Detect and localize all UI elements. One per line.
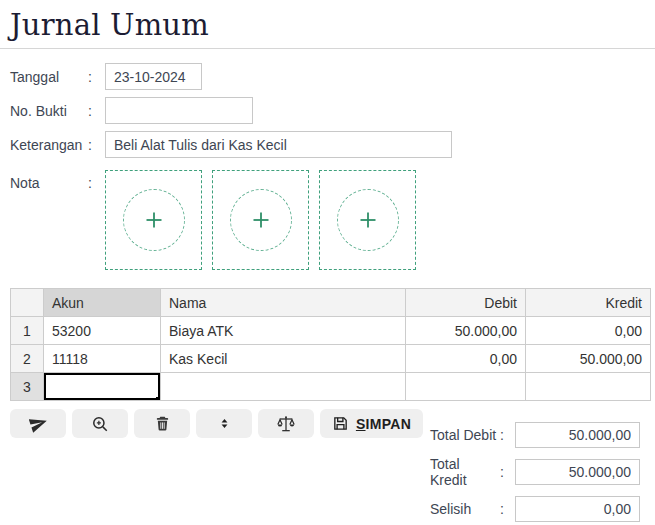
simpan-button[interactable]: SIMPAN	[320, 409, 423, 438]
keterangan-label: Keterangan	[10, 137, 88, 153]
selection-fill-handle[interactable]	[156, 397, 161, 401]
form-row-keterangan: Keterangan :	[10, 131, 645, 158]
sort-vertical-icon	[218, 417, 231, 430]
total-kredit-label: Total Kredit	[430, 456, 500, 488]
cell-kredit-3[interactable]	[526, 373, 651, 401]
keterangan-colon: :	[88, 137, 98, 153]
total-kredit-input	[515, 459, 640, 485]
page-title: Jurnal Umum	[10, 8, 645, 43]
nota-upload-slot-1[interactable]	[105, 170, 202, 270]
tanggal-colon: :	[88, 69, 98, 85]
selisih-colon: :	[500, 501, 508, 517]
total-debit-label: Total Debit	[430, 427, 500, 443]
sort-button[interactable]	[196, 409, 252, 438]
selisih-input	[515, 496, 640, 522]
paper-plane-icon	[29, 414, 48, 433]
cell-akun-1[interactable]: 53200	[44, 317, 161, 345]
cell-nama-1[interactable]: Biaya ATK	[161, 317, 406, 345]
cell-akun-2[interactable]: 11118	[44, 345, 161, 373]
upload-circle	[230, 189, 292, 251]
delete-row-button[interactable]	[134, 409, 190, 438]
form-row-nota: Nota :	[10, 170, 645, 270]
simpan-label: SIMPAN	[356, 416, 411, 432]
plus-icon	[144, 210, 164, 230]
grid-header-row: Akun Nama Debit Kredit	[11, 289, 651, 317]
tanggal-input[interactable]	[105, 63, 202, 90]
row-header-3[interactable]: 3	[11, 373, 44, 401]
selisih-label: Selisih	[430, 501, 500, 517]
total-kredit-row: Total Kredit :	[430, 456, 640, 488]
grid-row-3: 3	[11, 373, 651, 401]
balance-scale-icon	[276, 414, 296, 434]
plus-icon	[251, 210, 271, 230]
upload-circle	[337, 189, 399, 251]
title-divider	[0, 48, 655, 49]
total-debit-input	[515, 422, 640, 448]
grid-corner-header[interactable]	[11, 289, 44, 317]
cell-debit-3[interactable]	[406, 373, 526, 401]
total-debit-colon: :	[500, 427, 508, 443]
plus-icon	[358, 210, 378, 230]
row-header-1[interactable]: 1	[11, 317, 44, 345]
toolbar: SIMPAN	[10, 409, 423, 438]
no-bukti-label: No. Bukti	[10, 103, 88, 119]
cell-debit-1[interactable]: 50.000,00	[406, 317, 526, 345]
totals-section: Total Debit : Total Kredit : Selisih :	[430, 422, 640, 525]
floppy-disk-icon	[332, 415, 349, 432]
column-header-nama[interactable]: Nama	[161, 289, 406, 317]
nota-upload-slot-3[interactable]	[319, 170, 416, 270]
no-bukti-input[interactable]	[105, 97, 253, 124]
nota-label: Nota	[10, 175, 88, 191]
journal-grid: Akun Nama Debit Kredit 1 53200 Biaya ATK…	[10, 288, 651, 401]
nota-upload-slot-2[interactable]	[212, 170, 309, 270]
bottom-section: SIMPAN Total Debit : Total Kredit : Seli…	[10, 409, 645, 525]
cell-akun-3-selected[interactable]	[44, 373, 161, 401]
nota-colon: :	[88, 175, 98, 191]
trash-icon	[154, 415, 171, 432]
cell-kredit-2[interactable]: 50.000,00	[526, 345, 651, 373]
form-row-tanggal: Tanggal :	[10, 63, 645, 90]
grid-row-2: 2 11118 Kas Kecil 0,00 50.000,00	[11, 345, 651, 373]
zoom-button[interactable]	[72, 409, 128, 438]
keterangan-input[interactable]	[105, 131, 452, 158]
grid-row-1: 1 53200 Biaya ATK 50.000,00 0,00	[11, 317, 651, 345]
send-button[interactable]	[10, 409, 66, 438]
no-bukti-colon: :	[88, 103, 98, 119]
column-header-akun[interactable]: Akun	[44, 289, 161, 317]
cell-nama-3[interactable]	[161, 373, 406, 401]
cell-kredit-1[interactable]: 0,00	[526, 317, 651, 345]
column-header-kredit[interactable]: Kredit	[526, 289, 651, 317]
column-header-debit[interactable]: Debit	[406, 289, 526, 317]
upload-circle	[123, 189, 185, 251]
tanggal-label: Tanggal	[10, 69, 88, 85]
cell-nama-2[interactable]: Kas Kecil	[161, 345, 406, 373]
row-header-2[interactable]: 2	[11, 345, 44, 373]
nota-upload-group	[105, 170, 416, 270]
jurnal-umum-page: Jurnal Umum Tanggal : No. Bukti : Ketera…	[0, 0, 655, 525]
total-kredit-colon: :	[500, 464, 508, 480]
cell-debit-2[interactable]: 0,00	[406, 345, 526, 373]
zoom-in-icon	[91, 415, 109, 433]
balance-button[interactable]	[258, 409, 314, 438]
form-row-no-bukti: No. Bukti :	[10, 97, 645, 124]
total-debit-row: Total Debit :	[430, 422, 640, 448]
selisih-row: Selisih :	[430, 496, 640, 522]
